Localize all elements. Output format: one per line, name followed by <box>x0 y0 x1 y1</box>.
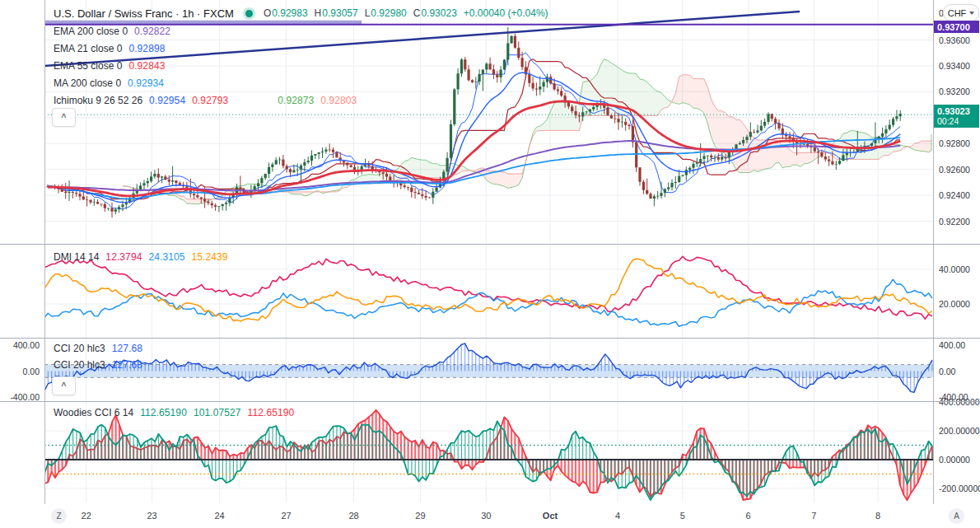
legend-ema55[interactable]: EMA 55 close 0 0.92843 <box>54 58 165 72</box>
hline-price-badge: 0.93700 <box>934 21 979 33</box>
currency-toggle-button[interactable]: CHF <box>943 4 979 21</box>
cci-tick-label: 0.00 <box>23 367 40 376</box>
time-tick-label: 4 <box>615 511 620 521</box>
legend-ema21[interactable]: EMA 21 close 0 0.92898 <box>54 41 165 55</box>
time-tick-label: 24 <box>214 511 224 521</box>
time-tick-label: 23 <box>147 511 156 521</box>
time-tick-label: 29 <box>415 511 425 521</box>
time-tick-label: 28 <box>348 511 358 521</box>
price-axis[interactable]: 0.936000.934000.932000.928000.926000.924… <box>933 0 980 504</box>
last-price-value: 0.93023 <box>937 106 979 117</box>
right-axis-border <box>933 0 934 504</box>
legend-cci-1[interactable]: CCI 20 hlc3 127.68 <box>54 341 142 355</box>
auto-scale-button[interactable]: A <box>949 508 964 524</box>
symbol-title[interactable]: U.S. Dollar / Swiss Franc · 1h · FXCM <box>54 7 234 20</box>
time-tick-label: 27 <box>281 511 291 521</box>
time-tick-label: Oct <box>543 511 558 521</box>
time-tick-label: 7 <box>811 511 816 521</box>
dmi-tick-label: 20.0000 <box>939 299 970 309</box>
price-tick-label: 0.92600 <box>939 165 970 175</box>
collapse-cci-button[interactable]: ^ <box>52 376 76 395</box>
last-price-badge: 0.93023 00:24 <box>934 105 979 128</box>
collapse-legend-button[interactable]: ^ <box>52 108 76 127</box>
woodies-tick-label: 400.00000 <box>939 397 980 407</box>
bar-countdown: 00:24 <box>937 116 979 127</box>
ohlc-values: O0.92983 H0.93057 L0.92980 C0.93023 +0.0… <box>264 7 548 19</box>
dmi-tick-label: 40.0000 <box>939 264 970 274</box>
cci-pane[interactable] <box>44 339 933 400</box>
cci-tick-label: 0.00 <box>939 367 955 376</box>
price-tick-label: 0.93600 <box>939 35 970 45</box>
tradingview-chart-window: 400.000.00-400.00 0.936000.934000.932000… <box>0 0 980 528</box>
time-tick-label: 8 <box>875 511 880 521</box>
legend-cci-2[interactable]: CCI 20 hlc3 127.68 <box>54 357 142 371</box>
woodies-tick-label: 0.00000 <box>939 455 970 465</box>
price-tick-label: 0.92400 <box>939 190 970 200</box>
open-value: 0.92983 <box>272 7 307 19</box>
open-label: O <box>264 7 271 19</box>
change-value: +0.00040 (+0.04%) <box>464 7 548 19</box>
legend-ma200[interactable]: MA 200 close 0 0.92934 <box>54 76 164 90</box>
close-label: C <box>413 7 421 19</box>
high-label: H <box>315 7 322 19</box>
price-tick-label: 0.92800 <box>939 138 970 148</box>
left-price-axis[interactable]: 400.000.00-400.00 <box>0 0 44 504</box>
main-chart-pane[interactable] <box>44 0 933 244</box>
legend-ema200[interactable]: EMA 200 close 0 0.92822 <box>54 24 170 38</box>
legend-dmi[interactable]: DMI 14 14 12.3794 24.3105 15.2439 <box>54 250 228 264</box>
woodies-tick-label: -200.00000 <box>939 484 980 493</box>
legend-woodies-cci[interactable]: Woodies CCI 6 14 112.65190 101.07527 112… <box>54 405 294 419</box>
legend-ichimoku[interactable]: Ichimoku 9 26 52 26 0.92954 0.92793 0.92… <box>54 93 357 107</box>
close-value: 0.93023 <box>421 7 456 19</box>
time-tick-label: 30 <box>481 511 491 521</box>
low-label: L <box>365 7 371 19</box>
separator-cci-woodies[interactable] <box>0 401 980 402</box>
time-tick-label: 6 <box>746 511 751 521</box>
separator-main-dmi[interactable] <box>0 244 980 245</box>
price-tick-label: 0.93400 <box>939 61 970 71</box>
separator-dmi-cci[interactable] <box>0 338 980 339</box>
timezone-button[interactable]: Z <box>51 508 67 524</box>
market-status-dot-icon <box>245 10 253 17</box>
left-axis-border <box>44 0 45 504</box>
symbol-header[interactable]: U.S. Dollar / Swiss Franc · 1h · FXCM O0… <box>54 6 548 21</box>
price-tick-label: 0.92200 <box>939 217 970 227</box>
cci-tick-label: 400.00 <box>939 340 965 350</box>
woodies-tick-label: 200.00000 <box>939 426 980 436</box>
low-value: 0.92980 <box>371 7 406 19</box>
time-tick-label: 5 <box>680 511 685 521</box>
time-axis[interactable]: Z A 22232427282930Oct45678 <box>0 504 980 528</box>
time-tick-label: 22 <box>82 511 91 521</box>
chevron-down-icon <box>969 12 974 15</box>
price-tick-label: 0.93200 <box>939 86 970 96</box>
high-value: 0.93057 <box>322 7 357 19</box>
cci-tick-label: 400.00 <box>13 340 40 350</box>
